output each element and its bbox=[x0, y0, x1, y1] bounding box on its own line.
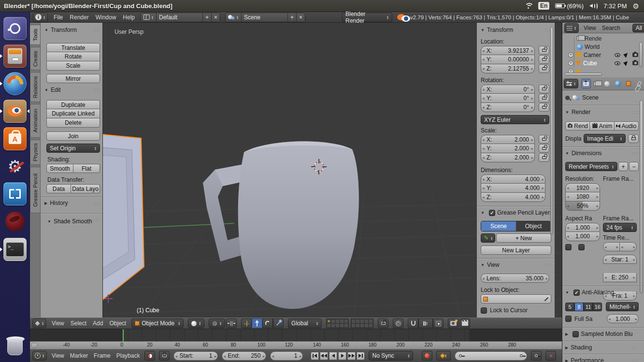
aa-size-field[interactable]: 1.000 bbox=[607, 314, 639, 323]
outliner-item-renderlayers[interactable]: Rende bbox=[577, 34, 638, 43]
delete-button[interactable]: Delete bbox=[46, 118, 100, 128]
rotate-button[interactable]: Rotate bbox=[46, 52, 100, 61]
selectable-cursor-icon[interactable] bbox=[623, 60, 630, 66]
panel-header-anti-aliasing[interactable]: Anti-Aliasing bbox=[565, 289, 639, 296]
screen-layout-browse[interactable] bbox=[141, 13, 156, 22]
launcher-item-firefox[interactable] bbox=[3, 72, 27, 95]
render-engine-select[interactable]: Blender Render bbox=[342, 13, 392, 22]
flat-button[interactable]: Flat bbox=[73, 164, 100, 173]
play-button[interactable] bbox=[338, 352, 346, 360]
launcher-item-terminal[interactable]: >_ bbox=[3, 238, 27, 261]
lock-location-x[interactable] bbox=[539, 46, 549, 55]
layers-grid-right[interactable] bbox=[351, 319, 373, 328]
translate-button[interactable]: Translate bbox=[46, 43, 100, 52]
panel-grip[interactable] bbox=[632, 110, 639, 115]
tab-animation[interactable]: Animation bbox=[30, 104, 41, 138]
rotation-mode-select[interactable]: XYZ Euler bbox=[481, 115, 549, 124]
lock-rotation-x[interactable] bbox=[539, 85, 549, 93]
menu-file[interactable]: File bbox=[53, 14, 64, 21]
scale-button[interactable]: Scale bbox=[46, 61, 100, 71]
time-remap-new[interactable] bbox=[620, 242, 637, 251]
tab-object[interactable] bbox=[624, 79, 633, 88]
v3d-menu-add[interactable]: Add bbox=[92, 320, 104, 327]
outliner-item-world[interactable]: World bbox=[577, 43, 638, 51]
dimensions-y-field[interactable]: Y:4.000 bbox=[481, 184, 545, 193]
motion-blur-checkbox[interactable] bbox=[572, 331, 579, 337]
duplicate-linked-button[interactable]: Duplicate Linked bbox=[46, 109, 100, 118]
join-button[interactable]: Join bbox=[46, 131, 100, 141]
visibility-eye-icon[interactable] bbox=[615, 61, 620, 65]
scale-z-field[interactable]: Z:2.000 bbox=[481, 153, 535, 162]
preset-remove-button[interactable]: − bbox=[629, 162, 639, 171]
expand-icon[interactable]: + bbox=[568, 60, 573, 66]
time-remap-old[interactable] bbox=[603, 242, 620, 251]
pin-icon[interactable] bbox=[565, 96, 570, 100]
scene-name[interactable]: Scene bbox=[241, 13, 287, 22]
tab-world[interactable] bbox=[613, 79, 623, 88]
set-origin-select[interactable]: Set Origin bbox=[46, 144, 100, 153]
panel-header-motion-blur[interactable]: Sampled Motion Blu bbox=[565, 331, 639, 337]
resolution-y-field[interactable]: 1080 bbox=[565, 192, 600, 202]
aspect-y-field[interactable]: 1.000 bbox=[565, 232, 600, 241]
outliner-hscrollbar[interactable] bbox=[564, 72, 602, 76]
menu-render[interactable]: Render bbox=[69, 14, 89, 21]
v3d-menu-view[interactable]: View bbox=[51, 320, 65, 327]
panel-grip[interactable] bbox=[632, 358, 639, 362]
snap-toggle-button[interactable] bbox=[408, 319, 418, 328]
panel-header-shading[interactable]: Shading bbox=[565, 344, 639, 351]
lock-rotation-z[interactable] bbox=[539, 103, 549, 112]
tab-physics[interactable]: Physics bbox=[30, 140, 41, 165]
render-button[interactable]: Rend bbox=[565, 121, 590, 130]
frame-start-input[interactable]: Start:1 bbox=[173, 351, 218, 361]
breadcrumb-scene[interactable]: Scene bbox=[582, 94, 599, 101]
timeline-playhead[interactable] bbox=[123, 329, 124, 341]
gp-tab-scene[interactable]: Scene bbox=[481, 221, 516, 231]
volume-icon[interactable] bbox=[589, 3, 598, 9]
screen-layout-close-button[interactable]: × bbox=[211, 13, 220, 22]
tl-menu-marker[interactable]: Marker bbox=[69, 352, 89, 359]
proportional-edit-button[interactable] bbox=[393, 319, 403, 328]
menu-help[interactable]: Help bbox=[122, 14, 136, 21]
timeline-canvas[interactable] bbox=[30, 329, 562, 341]
mug-object[interactable] bbox=[203, 141, 359, 309]
launcher-item-app[interactable] bbox=[3, 210, 27, 233]
location-z-field[interactable]: Z:2.12755 bbox=[481, 64, 535, 73]
jump-to-start-button[interactable] bbox=[311, 352, 319, 360]
rotation-y-field[interactable]: Y:0° bbox=[481, 94, 535, 103]
next-keyframe-button[interactable] bbox=[347, 352, 356, 360]
sync-select[interactable]: No Sync bbox=[369, 351, 413, 361]
tab-relations[interactable]: Relations bbox=[30, 72, 41, 102]
snap-element-select[interactable] bbox=[418, 319, 433, 328]
render-presets-select[interactable]: Render Presets bbox=[565, 162, 617, 171]
manipulator-scale-button[interactable] bbox=[273, 319, 284, 328]
viewport-shading-select[interactable] bbox=[188, 319, 204, 328]
lock-cursor-checkbox[interactable] bbox=[481, 307, 487, 314]
aa-samples-11[interactable]: 11 bbox=[584, 303, 593, 311]
panel-header-performance[interactable]: Performance bbox=[565, 357, 639, 362]
pivot-center-select[interactable] bbox=[209, 319, 225, 328]
mode-select[interactable]: Object Mode bbox=[131, 319, 184, 328]
lock-scale-z[interactable] bbox=[539, 153, 549, 162]
menu-window[interactable]: Window bbox=[95, 14, 117, 21]
selectable-cursor-icon[interactable] bbox=[623, 52, 630, 58]
panel-header-view[interactable]: View bbox=[481, 261, 552, 268]
location-x-field[interactable]: X:3.92137 bbox=[481, 46, 535, 55]
manipulator-rotate-button[interactable] bbox=[262, 319, 273, 328]
panel-grip[interactable] bbox=[93, 201, 100, 205]
launcher-item-blender[interactable] bbox=[3, 100, 27, 123]
lock-modes-button[interactable] bbox=[378, 319, 388, 328]
lens-field[interactable]: Lens:35.000 bbox=[481, 274, 549, 283]
view3d-editor-selector[interactable] bbox=[32, 319, 46, 328]
outliner-editor-selector[interactable] bbox=[564, 23, 579, 33]
full-sample-checkbox[interactable] bbox=[565, 316, 572, 322]
scene-browse[interactable] bbox=[226, 13, 241, 22]
gp-new-button[interactable]: +New bbox=[496, 233, 551, 243]
orientation-select[interactable]: Global bbox=[288, 319, 322, 328]
properties-editor-selector[interactable] bbox=[564, 79, 578, 88]
active-keying-set-field[interactable] bbox=[455, 351, 527, 361]
rotation-x-field[interactable]: X:0° bbox=[481, 85, 535, 94]
preset-add-button[interactable]: + bbox=[618, 162, 628, 171]
prev-keyframe-button[interactable] bbox=[320, 352, 328, 360]
display-lock-button[interactable] bbox=[628, 134, 639, 143]
outliner-menu-view[interactable]: View bbox=[583, 25, 597, 31]
